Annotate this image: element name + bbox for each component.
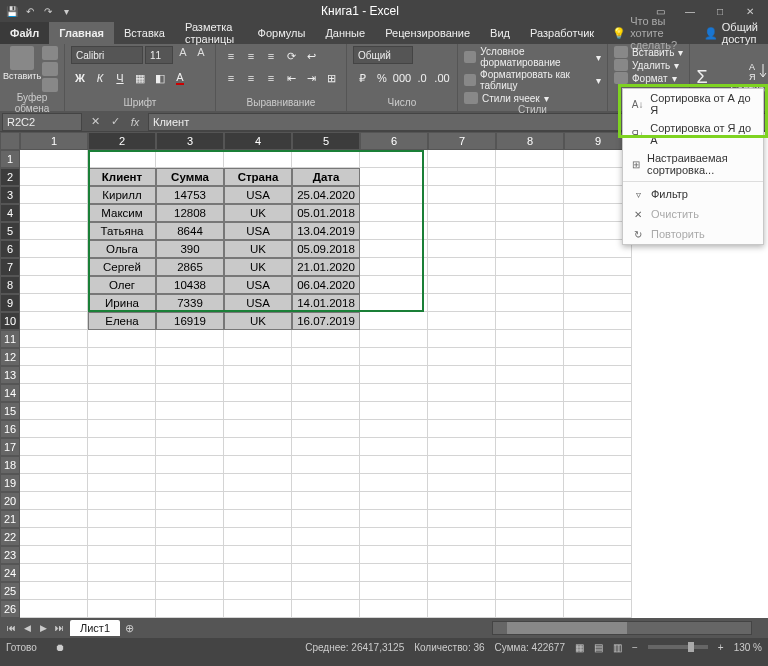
cell[interactable]	[564, 402, 632, 420]
cell[interactable]	[564, 528, 632, 546]
cell[interactable]	[496, 402, 564, 420]
cell[interactable]	[496, 492, 564, 510]
cell[interactable]	[496, 222, 564, 240]
cell[interactable]	[156, 384, 224, 402]
cell[interactable]	[496, 510, 564, 528]
cell[interactable]	[428, 402, 496, 420]
close-icon[interactable]: ✕	[736, 2, 764, 20]
cell[interactable]	[20, 456, 88, 474]
cell[interactable]	[360, 240, 428, 258]
cell[interactable]	[564, 348, 632, 366]
orientation-icon[interactable]: ⟳	[282, 48, 300, 64]
cell[interactable]	[360, 456, 428, 474]
cell[interactable]	[88, 438, 156, 456]
indent-inc-icon[interactable]: ⇥	[302, 70, 320, 86]
cell[interactable]	[564, 312, 632, 330]
cell[interactable]	[428, 438, 496, 456]
cell[interactable]: 13.04.2019	[292, 222, 360, 240]
scrollbar-thumb[interactable]	[507, 622, 627, 634]
cell[interactable]	[292, 330, 360, 348]
cell[interactable]	[20, 150, 88, 168]
sheet-nav-prev-icon[interactable]: ◀	[20, 621, 34, 635]
cell[interactable]	[224, 510, 292, 528]
cell[interactable]	[224, 330, 292, 348]
cell[interactable]	[428, 168, 496, 186]
cell[interactable]: 390	[156, 240, 224, 258]
cell[interactable]	[428, 600, 496, 618]
number-format[interactable]: Общий	[353, 46, 413, 64]
cell[interactable]	[20, 204, 88, 222]
cell[interactable]	[20, 168, 88, 186]
align-left-icon[interactable]: ≡	[222, 70, 240, 86]
cell[interactable]	[428, 258, 496, 276]
share-button[interactable]: 👤 Общий доступ	[694, 22, 768, 44]
cell[interactable]	[88, 564, 156, 582]
cell[interactable]	[20, 330, 88, 348]
underline-button[interactable]: Ч	[111, 70, 129, 86]
row-header[interactable]: 12	[0, 348, 20, 366]
cell[interactable]	[88, 366, 156, 384]
enter-formula-icon[interactable]: ✓	[106, 114, 124, 130]
cell[interactable]	[20, 294, 88, 312]
cell[interactable]: Ольга	[88, 240, 156, 258]
cell[interactable]	[428, 564, 496, 582]
tab-home[interactable]: Главная	[49, 22, 114, 44]
cell[interactable]	[224, 582, 292, 600]
name-box[interactable]: R2C2	[2, 113, 82, 131]
cell[interactable]	[156, 582, 224, 600]
horizontal-scrollbar[interactable]	[492, 621, 752, 635]
cell[interactable]	[88, 330, 156, 348]
comma-icon[interactable]: 000	[393, 70, 411, 86]
zoom-level[interactable]: 130 %	[734, 642, 762, 653]
cell[interactable]: USA	[224, 294, 292, 312]
cell[interactable]	[496, 600, 564, 618]
cell[interactable]	[20, 276, 88, 294]
col-header[interactable]: 8	[496, 132, 564, 150]
inc-decimal-icon[interactable]: .0	[413, 70, 431, 86]
cell[interactable]	[564, 600, 632, 618]
row-header[interactable]: 7	[0, 258, 20, 276]
cell[interactable]: Максим	[88, 204, 156, 222]
cell[interactable]	[224, 528, 292, 546]
sheet-nav-next-icon[interactable]: ▶	[36, 621, 50, 635]
cell[interactable]	[360, 276, 428, 294]
cell[interactable]	[292, 366, 360, 384]
cell[interactable]	[224, 600, 292, 618]
cell[interactable]	[88, 384, 156, 402]
cell[interactable]	[428, 492, 496, 510]
cell[interactable]: Сумма	[156, 168, 224, 186]
cell[interactable]	[360, 312, 428, 330]
cell[interactable]	[20, 420, 88, 438]
cell[interactable]	[360, 150, 428, 168]
cell[interactable]: Страна	[224, 168, 292, 186]
cell[interactable]	[496, 564, 564, 582]
cell[interactable]	[428, 240, 496, 258]
cell[interactable]: 14.01.2018	[292, 294, 360, 312]
cell[interactable]	[88, 582, 156, 600]
cell[interactable]	[428, 312, 496, 330]
cell[interactable]	[292, 510, 360, 528]
menu-sort-az[interactable]: А↓ Сортировка от А до Я	[623, 89, 763, 119]
cell[interactable]	[20, 492, 88, 510]
cell[interactable]	[360, 582, 428, 600]
wrap-text-icon[interactable]: ↩	[302, 48, 320, 64]
row-header[interactable]: 22	[0, 528, 20, 546]
tab-view[interactable]: Вид	[480, 22, 520, 44]
cell[interactable]	[564, 258, 632, 276]
cell[interactable]	[156, 564, 224, 582]
row-header[interactable]: 6	[0, 240, 20, 258]
cell-styles-button[interactable]: Стили ячеек▾	[464, 92, 601, 104]
cell[interactable]	[428, 546, 496, 564]
cell[interactable]	[20, 510, 88, 528]
cell[interactable]	[156, 348, 224, 366]
cell[interactable]: 25.04.2020	[292, 186, 360, 204]
cell[interactable]: Татьяна	[88, 222, 156, 240]
fx-icon[interactable]: fx	[126, 114, 144, 130]
cell[interactable]	[20, 600, 88, 618]
row-header[interactable]: 24	[0, 564, 20, 582]
cell[interactable]	[292, 600, 360, 618]
cell[interactable]	[156, 492, 224, 510]
row-header[interactable]: 10	[0, 312, 20, 330]
row-header[interactable]: 19	[0, 474, 20, 492]
cell[interactable]	[428, 366, 496, 384]
